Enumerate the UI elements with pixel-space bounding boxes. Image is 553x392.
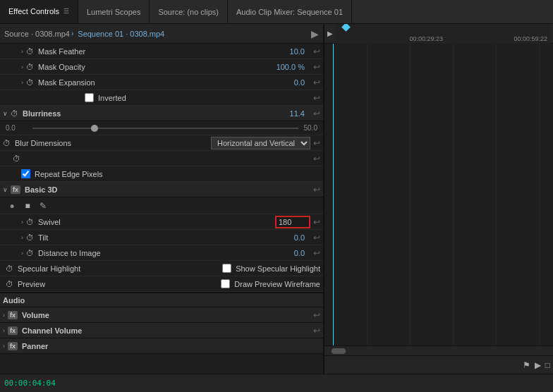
swivel-row: › ⏱ Swivel ↩ [0, 214, 323, 230]
volume-reset-btn[interactable]: ↩ [313, 310, 320, 320]
timeline-ruler: 00:00:29:23 00:00:59:22 [336, 24, 550, 44]
basic3d-reset-btn[interactable]: ↩ [313, 185, 320, 195]
tilt-expand-icon[interactable]: › [21, 234, 23, 241]
specular-stopwatch-icon[interactable]: ⏱ [6, 264, 13, 273]
fit-btn[interactable]: □ [545, 360, 550, 370]
mask-expansion-value[interactable]: 0.0 [269, 78, 305, 87]
timeline-scrollbar[interactable] [324, 345, 553, 355]
channel-volume-reset-btn[interactable]: ↩ [313, 326, 320, 336]
playhead-line [333, 44, 334, 345]
show-specular-highlight-checkbox[interactable] [222, 264, 231, 273]
fx-square-btn[interactable]: ■ [21, 200, 34, 212]
mask-feather-stopwatch-icon[interactable]: ⏱ [26, 47, 34, 56]
swivel-stopwatch-icon[interactable]: ⏱ [26, 218, 34, 226]
tab-lumetri-scopes[interactable]: Lumetri Scopes [78, 0, 150, 23]
blur-dimensions-select[interactable]: Horizontal and Vertical [211, 137, 310, 149]
mask-feather-value[interactable]: 10.0 [269, 47, 305, 56]
volume-expand-icon[interactable]: › [3, 312, 5, 319]
tilt-value[interactable]: 0.0 [269, 233, 305, 242]
blur-dimensions-row: ⏱ Blur Dimensions Horizontal and Vertica… [0, 135, 323, 151]
timeline-grid [324, 44, 553, 345]
panner-label: Panner [22, 342, 320, 350]
swivel-value-input[interactable] [275, 216, 310, 228]
tab-source-no-clips-label: Source: (no clips) [158, 8, 219, 16]
blurriness-slider-row: 0.0 50.0 [0, 121, 323, 135]
tab-source-no-clips[interactable]: Source: (no clips) [150, 0, 228, 23]
blurriness-section-header: ∨ ⏱ Blurriness 11.4 ↩ [0, 106, 323, 121]
mask-opacity-label: Mask Opacity [38, 63, 269, 71]
distance-to-image-value[interactable]: 0.0 [269, 249, 305, 257]
fx-pencil-btn[interactable]: ✎ [37, 200, 49, 212]
mask-opacity-value[interactable]: 100.0 % [269, 63, 305, 71]
blurriness-value[interactable]: 11.4 [269, 109, 305, 118]
ruler-mark-1: 00:00:29:23 [409, 35, 443, 42]
extra-reset-btn[interactable]: ↩ [313, 154, 320, 164]
mask-expansion-reset-btn[interactable]: ↩ [313, 78, 320, 87]
channel-volume-expand-icon[interactable]: › [3, 327, 5, 334]
show-specular-highlight-label: Show Specular Highlight [236, 264, 320, 273]
inverted-checkbox[interactable] [85, 93, 94, 102]
draw-preview-wireframe-checkbox[interactable] [221, 279, 230, 288]
mask-opacity-expand-icon[interactable]: › [21, 63, 23, 71]
timeline-ruler-marks: 00:00:29:23 00:00:59:22 [336, 35, 550, 44]
fx-circle-btn[interactable]: ● [6, 200, 18, 212]
draw-preview-wireframe-label: Draw Preview Wireframe [234, 280, 320, 288]
specular-highlight-label: Specular Highlight [18, 264, 222, 273]
panner-row: › fx Panner [0, 338, 323, 354]
source-prefix-label: Source · 0308.mp4 [4, 30, 70, 38]
blurriness-expand-icon[interactable]: ∨ [3, 110, 8, 117]
distance-expand-icon[interactable]: › [21, 250, 23, 257]
repeat-edge-pixels-checkbox[interactable] [21, 169, 30, 178]
mask-feather-expand-icon[interactable]: › [21, 48, 23, 55]
swivel-expand-icon[interactable]: › [21, 219, 23, 226]
nav-arrow-icon[interactable]: ▶ [311, 28, 319, 39]
mask-opacity-reset-btn[interactable]: ↩ [313, 62, 320, 72]
mask-expansion-expand-icon[interactable]: › [21, 79, 23, 86]
tab-lumetri-scopes-label: Lumetri Scopes [87, 8, 140, 16]
fx-icons-row: ● ■ ✎ [0, 197, 323, 214]
swivel-value-container [275, 216, 310, 228]
right-panel: ▶ 00:00:29:23 00:00:59:22 [324, 24, 553, 374]
blurriness-reset-btn[interactable]: ↩ [313, 109, 320, 118]
tab-audio-clip-mixer[interactable]: Audio Clip Mixer: Sequence 01 [228, 0, 352, 23]
blurriness-slider-thumb[interactable] [91, 125, 98, 132]
blur-dimensions-stopwatch-icon[interactable]: ⏱ [3, 139, 11, 147]
blurriness-slider-max: 50.0 [304, 124, 317, 132]
mask-expansion-row: › ⏱ Mask Expansion 0.0 ↩ [0, 75, 323, 90]
blurriness-slider-track[interactable] [32, 128, 298, 129]
mask-feather-reset-btn[interactable]: ↩ [313, 47, 320, 56]
play-fwd-btn[interactable]: ▶ [535, 360, 541, 370]
timeline-scroll-thumb[interactable] [332, 348, 346, 354]
source-arrow-icon: › [71, 30, 73, 37]
panner-expand-icon[interactable]: › [3, 343, 5, 350]
swivel-reset-btn[interactable]: ↩ [313, 217, 320, 227]
basic3d-expand-icon[interactable]: ∨ [3, 186, 8, 193]
timeline-body[interactable] [324, 44, 553, 345]
bottom-right-controls: ⚑ ▶ □ [324, 355, 553, 374]
extra-stopwatch-icon[interactable]: ⏱ [13, 154, 20, 163]
repeat-edge-pixels-label: Repeat Edge Pixels [35, 170, 103, 178]
tilt-stopwatch-icon[interactable]: ⏱ [26, 233, 34, 242]
tab-effect-controls[interactable]: Effect Controls ☰ [0, 0, 78, 23]
repeat-edge-pixels-row: Repeat Edge Pixels [0, 166, 323, 182]
source-link-label[interactable]: Sequence 01 · 0308.mp4 [78, 30, 164, 38]
distance-stopwatch-icon[interactable]: ⏱ [26, 249, 34, 257]
distance-reset-btn[interactable]: ↩ [313, 248, 320, 258]
source-bar: Source · 0308.mp4 › Sequence 01 · 0308.m… [0, 24, 323, 44]
playhead-diamond [341, 24, 351, 31]
mask-expansion-stopwatch-icon[interactable]: ⏱ [26, 78, 34, 87]
mask-feather-label: Mask Feather [38, 47, 269, 56]
inverted-reset-btn[interactable]: ↩ [313, 93, 320, 103]
tab-menu-icon[interactable]: ☰ [63, 8, 69, 15]
panner-fx-badge: fx [8, 342, 18, 350]
timeline-play-prev-btn[interactable]: ▶ [327, 30, 333, 37]
timeline-header: ▶ 00:00:29:23 00:00:59:22 [324, 24, 553, 44]
preview-stopwatch-icon[interactable]: ⏱ [6, 280, 13, 288]
tilt-reset-btn[interactable]: ↩ [313, 233, 320, 243]
audio-section-header: Audio [0, 292, 323, 307]
mask-opacity-stopwatch-icon[interactable]: ⏱ [26, 63, 34, 71]
filter-icon-btn[interactable]: ⚑ [523, 360, 530, 370]
tab-bar: Effect Controls ☰ Lumetri Scopes Source:… [0, 0, 553, 24]
blur-dimensions-reset-btn[interactable]: ↩ [313, 138, 320, 148]
blurriness-stopwatch-icon[interactable]: ⏱ [11, 109, 18, 118]
